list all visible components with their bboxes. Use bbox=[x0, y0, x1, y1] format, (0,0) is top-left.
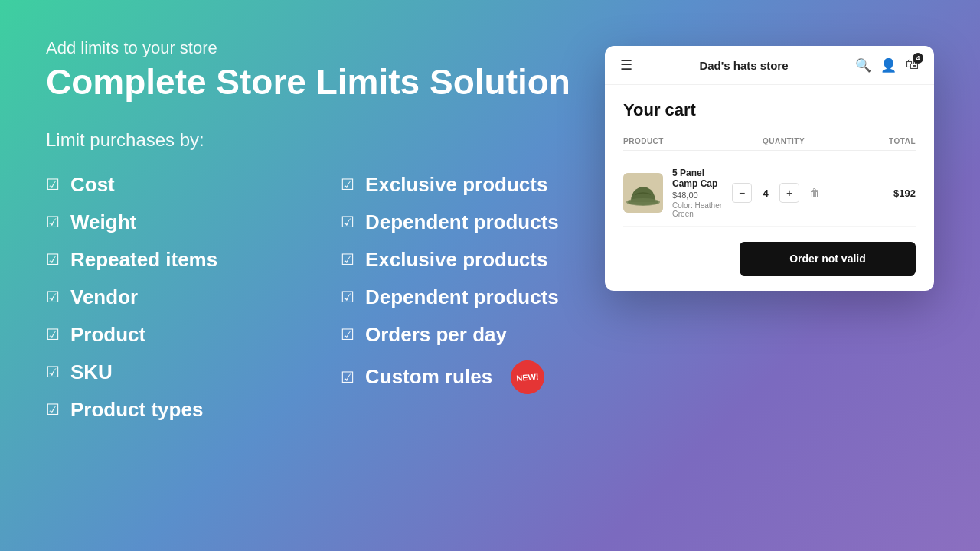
feature-label-product: Product bbox=[70, 323, 145, 347]
check-icon-vendor: ☑ bbox=[46, 288, 60, 306]
cart-table-header: PRODUCT QUANTITY TOTAL bbox=[623, 132, 916, 151]
order-invalid-button[interactable]: Order not valid bbox=[740, 242, 916, 276]
svg-point-2 bbox=[626, 198, 660, 206]
left-features-column: ☑ Cost ☑ Weight ☑ Repeated items ☑ Vendo… bbox=[46, 166, 310, 429]
cart-icon-container[interactable]: 🛍 4 bbox=[906, 57, 919, 73]
check-icon-orders: ☑ bbox=[341, 325, 354, 344]
check-icon-dependent-2: ☑ bbox=[341, 288, 354, 306]
feature-weight: ☑ Weight bbox=[46, 204, 310, 241]
col-total: TOTAL bbox=[854, 137, 916, 145]
feature-label-vendor: Vendor bbox=[70, 285, 138, 309]
section-label: Limit purchases by: bbox=[46, 129, 605, 151]
feature-label-custom: Custom rules bbox=[365, 365, 492, 389]
cart-item: 5 Panel Camp Cap $48,00 Color: Heather G… bbox=[623, 160, 916, 227]
cart-product: 5 Panel Camp Cap $48,00 Color: Heather G… bbox=[623, 168, 732, 218]
feature-exclusive-products-1: ☑ Exclusive products bbox=[341, 166, 605, 204]
user-icon[interactable]: 👤 bbox=[880, 57, 897, 73]
check-icon-repeated: ☑ bbox=[46, 250, 60, 269]
check-icon-custom: ☑ bbox=[341, 368, 354, 386]
feature-repeated: ☑ Repeated items bbox=[46, 241, 310, 279]
feature-label-product-types: Product types bbox=[70, 398, 203, 422]
hat-svg bbox=[623, 173, 663, 213]
store-body: Your cart PRODUCT QUANTITY TOTAL bbox=[605, 85, 934, 291]
feature-dependent-2: ☑ Dependent products bbox=[341, 279, 605, 316]
col-quantity: QUANTITY bbox=[763, 137, 854, 145]
feature-sku: ☑ SKU bbox=[46, 354, 310, 391]
search-icon[interactable]: 🔍 bbox=[855, 57, 871, 73]
feature-label-dependent-2: Dependent products bbox=[365, 285, 559, 309]
product-image bbox=[623, 173, 663, 213]
right-features-column: ☑ Exclusive products ☑ Dependent product… bbox=[341, 166, 605, 429]
store-header-icons: 🔍 👤 🛍 4 bbox=[855, 57, 919, 73]
qty-value: 4 bbox=[758, 187, 773, 199]
store-name: Dad's hats store bbox=[632, 59, 855, 72]
feature-label-sku: SKU bbox=[70, 360, 113, 384]
feature-label-repeated: Repeated items bbox=[70, 248, 217, 272]
product-price: $48,00 bbox=[672, 191, 732, 200]
feature-label-cost: Cost bbox=[70, 173, 115, 197]
feature-orders-per-day: ☑ Orders per day bbox=[341, 316, 605, 354]
feature-dependent-1: ☑ Dependent products bbox=[341, 204, 605, 241]
cart-item-total: $192 bbox=[854, 187, 916, 199]
main-title: Complete Store Limits Solution bbox=[46, 63, 605, 102]
cart-count-badge: 4 bbox=[913, 53, 923, 64]
store-widget: ☰ Dad's hats store 🔍 👤 🛍 4 Your cart PRO… bbox=[605, 46, 934, 291]
check-icon-product: ☑ bbox=[46, 325, 60, 344]
store-card: ☰ Dad's hats store 🔍 👤 🛍 4 Your cart PRO… bbox=[605, 46, 934, 291]
feature-exclusive-products-2: ☑ Exclusive products bbox=[341, 241, 605, 279]
feature-label-exclusive-2: Exclusive products bbox=[365, 248, 547, 272]
product-info: 5 Panel Camp Cap $48,00 Color: Heather G… bbox=[672, 168, 732, 218]
feature-label-exclusive-1: Exclusive products bbox=[365, 173, 547, 197]
check-icon-dependent-1: ☑ bbox=[341, 213, 354, 231]
features-grid: ☑ Cost ☑ Weight ☑ Repeated items ☑ Vendo… bbox=[46, 166, 605, 429]
check-icon-exclusive-1: ☑ bbox=[341, 175, 354, 194]
check-icon-sku: ☑ bbox=[46, 363, 60, 381]
product-variant: Color: Heather Green bbox=[672, 201, 732, 218]
quantity-control: − 4 + 🗑 bbox=[732, 183, 854, 203]
check-icon-exclusive-2: ☑ bbox=[341, 250, 354, 269]
col-product: PRODUCT bbox=[623, 137, 763, 145]
feature-product: ☑ Product bbox=[46, 316, 310, 354]
left-content: Add limits to your store Complete Store … bbox=[46, 38, 605, 429]
main-container: Add limits to your store Complete Store … bbox=[0, 0, 980, 551]
store-header: ☰ Dad's hats store 🔍 👤 🛍 4 bbox=[605, 46, 934, 85]
feature-cost: ☑ Cost bbox=[46, 166, 310, 204]
qty-decrease-button[interactable]: − bbox=[732, 183, 752, 203]
cart-title: Your cart bbox=[623, 100, 916, 120]
check-icon-product-types: ☑ bbox=[46, 400, 60, 419]
feature-product-types: ☑ Product types bbox=[46, 391, 310, 429]
qty-increase-button[interactable]: + bbox=[779, 183, 799, 203]
cart-footer: Order not valid bbox=[623, 242, 916, 276]
new-badge: NEW! bbox=[509, 359, 546, 396]
check-icon-weight: ☑ bbox=[46, 213, 60, 231]
feature-label-weight: Weight bbox=[70, 210, 136, 234]
check-icon-cost: ☑ bbox=[46, 175, 60, 194]
feature-label-dependent-1: Dependent products bbox=[365, 210, 559, 234]
qty-delete-button[interactable]: 🗑 bbox=[805, 184, 824, 202]
hamburger-icon[interactable]: ☰ bbox=[620, 57, 632, 73]
feature-custom-rules: ☑ Custom rules NEW! bbox=[341, 354, 605, 401]
subtitle: Add limits to your store bbox=[46, 38, 605, 58]
feature-label-orders: Orders per day bbox=[365, 323, 507, 347]
product-name: 5 Panel Camp Cap bbox=[672, 168, 732, 189]
feature-vendor: ☑ Vendor bbox=[46, 279, 310, 316]
